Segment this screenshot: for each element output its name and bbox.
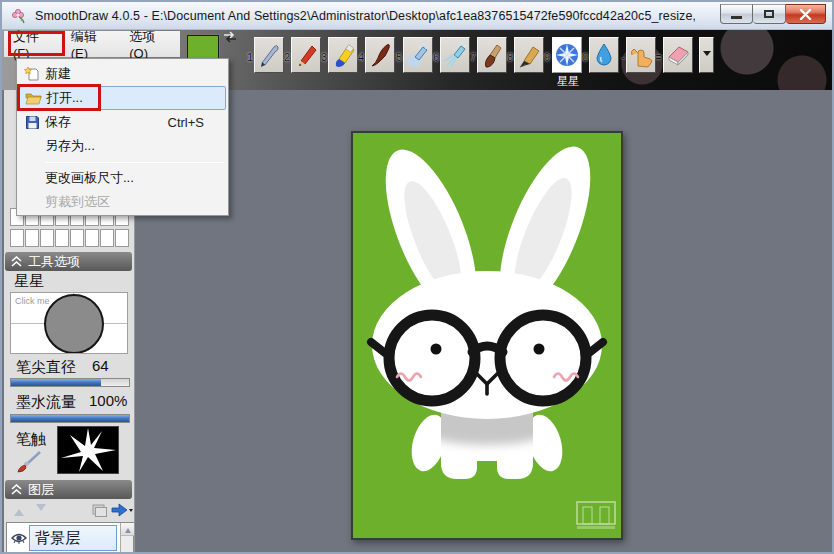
tool-key: 4 — [354, 51, 364, 63]
layers-header[interactable]: 图层 — [5, 480, 132, 499]
finger-smudge-icon — [628, 41, 654, 69]
annotation-box-open-item — [17, 84, 101, 111]
rabbit-eye — [534, 344, 545, 355]
tool-key: 9 — [540, 51, 550, 63]
ink-brush-icon — [368, 41, 392, 69]
collapse-chevron-icon — [11, 256, 22, 268]
watermark — [577, 502, 615, 529]
menu-item-resize-canvas[interactable]: 更改画板尺寸... — [19, 166, 226, 190]
close-button[interactable] — [786, 4, 826, 24]
charcoal-icon — [517, 41, 541, 69]
stroke-label: 笔触 — [16, 430, 46, 449]
palette-swatch[interactable] — [55, 229, 69, 247]
pen-icon — [257, 41, 281, 69]
minimize-icon — [731, 16, 742, 19]
eraser-icon — [665, 43, 691, 67]
preview-hint-text: Click me — [15, 296, 50, 306]
tool-key: 5 — [392, 51, 402, 63]
palette-swatch[interactable] — [25, 229, 39, 247]
diameter-value: 64 — [92, 357, 109, 374]
save-shortcut: Ctrl+S — [168, 115, 226, 130]
brush-preview-box[interactable]: Click me — [10, 292, 128, 354]
palette-swatch[interactable] — [100, 229, 114, 247]
airbrush-icon — [405, 41, 431, 69]
rabbit-eye — [431, 344, 442, 355]
current-tool-name: 星星 — [14, 272, 44, 291]
menu-item-crop-to-selection: 剪裁到选区 — [19, 190, 226, 214]
layer-up-button[interactable] — [10, 502, 28, 518]
star-stroke-icon — [58, 427, 118, 473]
palette-swatch[interactable] — [10, 229, 24, 247]
brush-icon — [16, 450, 42, 474]
palette-swatch[interactable] — [40, 229, 54, 247]
current-color-swatch[interactable] — [187, 35, 219, 59]
save-floppy-icon — [25, 115, 40, 130]
tool-key: - — [615, 51, 625, 63]
drawing-canvas[interactable] — [351, 131, 623, 540]
scroll-up-button[interactable] — [121, 523, 134, 536]
tool-key: 7 — [466, 51, 476, 63]
arrow-up-icon — [14, 504, 24, 516]
maximize-button[interactable] — [753, 4, 786, 24]
window-title: SmoothDraw 4.0.5 - E:\Document And Setti… — [35, 9, 695, 23]
stroke-texture-chip[interactable] — [57, 426, 119, 474]
visibility-eye-icon[interactable] — [11, 532, 27, 545]
tool-key: 6 — [429, 51, 439, 63]
chevron-down-icon — [703, 51, 711, 60]
layer-list: 背景层 — [6, 522, 134, 554]
star-tool-icon — [554, 42, 580, 68]
brush-size-circle — [44, 294, 104, 354]
minimize-button[interactable] — [720, 4, 753, 24]
water-drop-icon — [593, 42, 615, 68]
menu-item-save-as[interactable]: 另存为... — [19, 134, 226, 158]
arrow-down-icon — [36, 504, 46, 516]
close-icon — [799, 9, 812, 20]
tool-ink-brush-button[interactable] — [365, 37, 395, 73]
layer-scrollbar[interactable] — [120, 523, 133, 553]
tool-key: 0 — [578, 51, 588, 63]
marker-icon — [331, 41, 355, 69]
arrow-up-icon — [125, 525, 131, 533]
smoothdraw-window: SmoothDraw 4.0.5 - E:\Document And Setti… — [0, 0, 834, 554]
layer-mode-button[interactable] — [110, 502, 134, 518]
tool-key: = — [652, 51, 662, 63]
palette-row — [10, 229, 130, 247]
layer-properties-icon — [92, 503, 107, 517]
flow-label: 墨水流量 — [16, 393, 76, 412]
layer-row-background[interactable]: 背景层 — [29, 525, 117, 551]
tool-key: 8 — [503, 51, 513, 63]
tool-key: 3 — [317, 51, 327, 63]
tool-key: 2 — [280, 51, 290, 63]
tool-dropdown-button[interactable] — [699, 37, 714, 73]
palette-swatch[interactable] — [85, 229, 99, 247]
flow-value: 100% — [89, 392, 127, 409]
file-menu-dropdown: 新建 打开... 保存 Ctrl+S 另存为... 更改画板尺寸... — [16, 58, 229, 216]
layer-properties-button[interactable] — [90, 502, 108, 518]
app-flower-icon — [10, 7, 27, 24]
flow-slider[interactable] — [10, 414, 130, 423]
selected-tool-label: 星星 — [546, 74, 590, 89]
flow-slider-fill — [11, 415, 129, 422]
pencil-icon — [294, 41, 318, 69]
diameter-slider[interactable] — [10, 378, 130, 387]
rabbit-drawing — [353, 133, 621, 538]
tool-eraser-button[interactable] — [663, 37, 693, 73]
menu-item-save[interactable]: 保存 Ctrl+S — [19, 110, 226, 134]
paintbrush-icon — [480, 41, 504, 69]
collapse-chevron-icon — [11, 484, 22, 496]
diameter-label: 笔尖直径 — [16, 358, 76, 377]
palette-swatch[interactable] — [70, 229, 84, 247]
spray-icon — [442, 41, 468, 69]
menu-separator — [45, 162, 224, 163]
tool-options-header[interactable]: 工具选项 — [5, 252, 132, 271]
menu-item-new[interactable]: 新建 — [19, 62, 226, 86]
swap-colors-icon[interactable] — [222, 31, 238, 43]
maximize-icon — [764, 10, 774, 18]
new-file-icon — [24, 66, 40, 82]
annotation-box-file-menu — [8, 31, 65, 56]
layer-down-button[interactable] — [32, 502, 50, 518]
tool-key: 1 — [243, 51, 253, 63]
palette-swatch[interactable] — [115, 229, 129, 247]
diameter-slider-fill — [11, 379, 101, 386]
layer-toolbar — [8, 502, 132, 520]
